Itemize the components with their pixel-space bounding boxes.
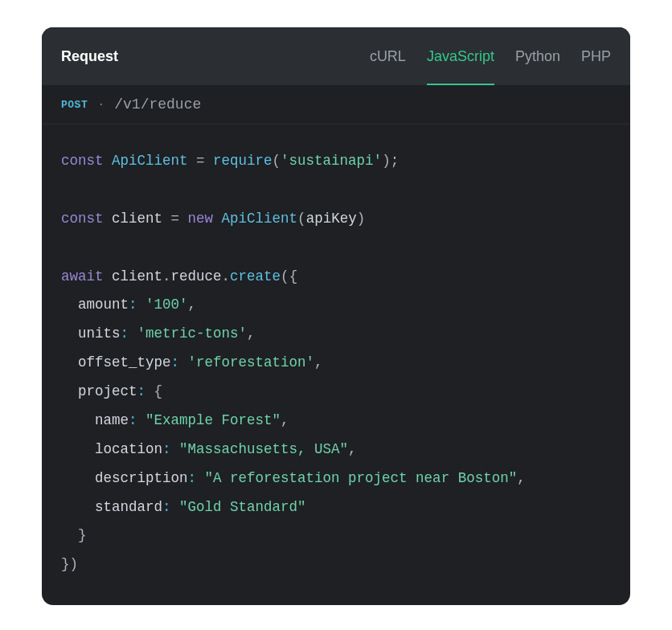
tab-php[interactable]: PHP — [581, 27, 611, 85]
paren-open: ( — [297, 211, 306, 227]
key-project: project — [78, 383, 137, 399]
brace-close: } — [61, 556, 70, 572]
keyword-const: const — [61, 211, 104, 227]
prop-reduce: reduce — [171, 268, 222, 284]
panel-header: Request cURL JavaScript Python PHP — [42, 27, 630, 85]
semicolon: ; — [391, 153, 400, 169]
comma: , — [517, 470, 526, 486]
brace-open: { — [154, 383, 163, 399]
keyword-new: new — [188, 211, 214, 227]
operator-eq: = — [188, 153, 214, 169]
request-line: POST · /v1/reduce — [42, 85, 630, 125]
colon: : — [188, 470, 197, 486]
colon: : — [129, 412, 137, 428]
key-amount: amount — [78, 297, 129, 313]
key-location: location — [95, 441, 162, 457]
endpoint-path: /v1/reduce — [114, 96, 201, 112]
dot: . — [162, 268, 171, 284]
comma: , — [314, 354, 323, 370]
comma: , — [188, 297, 197, 313]
tab-curl[interactable]: cURL — [370, 27, 406, 85]
key-standard: standard — [95, 499, 162, 515]
language-tabs: cURL JavaScript Python PHP — [370, 27, 611, 85]
key-units: units — [78, 325, 121, 342]
string-name: "Example Forest" — [145, 412, 281, 428]
method-create: create — [230, 268, 281, 284]
identifier-apikey: apiKey — [306, 211, 357, 227]
colon: : — [171, 354, 180, 370]
string-offset: 'reforestation' — [188, 354, 315, 370]
key-offset-type: offset_type — [78, 354, 171, 370]
string-amount: '100' — [145, 297, 188, 313]
request-panel: Request cURL JavaScript Python PHP POST … — [42, 27, 630, 605]
paren-close: ) — [382, 153, 391, 169]
operator-eq: = — [162, 211, 188, 227]
string-module: 'sustainapi' — [281, 153, 382, 169]
identifier-client: client — [112, 268, 162, 284]
string-standard: "Gold Standard" — [179, 499, 306, 515]
http-method: POST — [61, 99, 88, 111]
paren-close: ) — [357, 211, 366, 227]
string-units: 'metric-tons' — [137, 325, 248, 342]
separator-dot: · — [97, 98, 104, 112]
key-name: name — [95, 412, 129, 428]
tab-javascript[interactable]: JavaScript — [427, 27, 494, 85]
colon: : — [129, 297, 137, 313]
panel-title: Request — [61, 48, 118, 65]
brace-close: } — [78, 527, 87, 543]
paren-open: ( — [281, 268, 289, 284]
colon: : — [162, 499, 171, 515]
brace-open: { — [289, 268, 298, 284]
colon: : — [137, 383, 146, 399]
paren-close: ) — [70, 556, 79, 572]
comma: , — [281, 412, 289, 428]
comma: , — [348, 441, 357, 457]
dot: . — [222, 268, 231, 284]
paren-open: ( — [272, 153, 281, 169]
string-description: "A reforestation project near Boston" — [205, 470, 518, 486]
comma: , — [247, 325, 256, 342]
identifier-client: client — [112, 211, 162, 227]
string-location: "Massachusetts, USA" — [179, 441, 348, 457]
tab-python[interactable]: Python — [515, 27, 560, 85]
keyword-await: await — [61, 268, 104, 284]
key-description: description — [95, 470, 188, 486]
keyword-const: const — [61, 153, 104, 169]
identifier-apiclient: ApiClient — [222, 211, 298, 227]
code-block[interactable]: const ApiClient = require('sustainapi');… — [42, 125, 630, 605]
colon: : — [121, 325, 129, 342]
colon: : — [162, 441, 171, 457]
fn-require: require — [213, 153, 272, 169]
identifier-apiclient: ApiClient — [112, 153, 188, 169]
